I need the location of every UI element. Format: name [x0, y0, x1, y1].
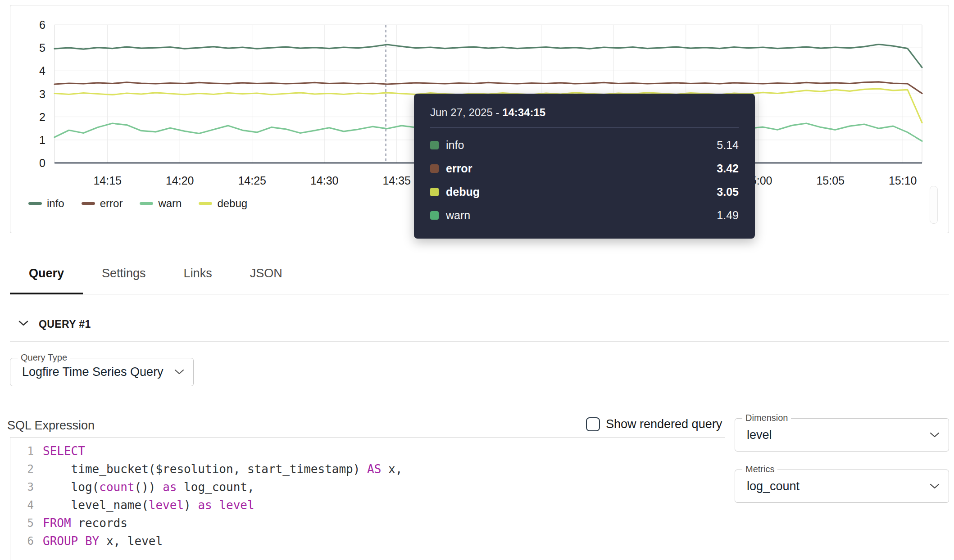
show-rendered-query-control: Show rendered query: [586, 417, 722, 431]
tooltip-date: Jun 27, 2025 -: [430, 106, 502, 118]
x-tick-label: 14:20: [166, 174, 194, 187]
tooltip-series-name: error: [446, 162, 472, 175]
tooltip-swatch-debug: [430, 188, 439, 196]
scrollbar-thumb[interactable]: [930, 186, 938, 224]
tab-bar: QuerySettingsLinksJSON: [10, 254, 949, 294]
chart-legend: infoerrorwarndebug: [28, 197, 247, 210]
query-section-header[interactable]: QUERY #1: [18, 314, 91, 334]
code-line: 2 time_bucket($resolution, start_timesta…: [10, 460, 725, 478]
tooltip-row-info: info5.14: [430, 133, 739, 157]
y-tick-label: 4: [39, 64, 45, 77]
code-line: 4 level_name(level) as level: [10, 496, 725, 514]
legend-swatch-debug: [199, 202, 212, 205]
tab-links[interactable]: Links: [165, 254, 231, 294]
metrics-select[interactable]: Metrics log_count: [735, 470, 949, 503]
code-line: 1SELECT: [10, 442, 725, 460]
legend-item-debug[interactable]: debug: [199, 197, 247, 210]
show-rendered-query-checkbox[interactable]: [586, 417, 600, 431]
y-tick-label: 2: [39, 111, 45, 123]
x-tick-label: 15:05: [816, 174, 845, 187]
legend-swatch-error: [82, 202, 95, 205]
sql-code-editor[interactable]: 1SELECT2 time_bucket($resolution, start_…: [10, 437, 725, 560]
query-type-value: Logfire Time Series Query: [10, 365, 164, 379]
tooltip-series-value: 5.14: [717, 139, 739, 152]
legend-swatch-warn: [140, 202, 153, 205]
x-tick-label: 15:10: [889, 174, 917, 187]
page: 012345614:1514:2014:2514:3014:3514:4014:…: [0, 0, 954, 560]
line-number: 3: [10, 478, 43, 496]
legend-label: warn: [158, 197, 182, 210]
dimension-label: Dimension: [742, 413, 791, 423]
dimension-value: level: [735, 428, 772, 442]
code-text: time_bucket($resolution, start_timestamp…: [43, 460, 402, 478]
tooltip-swatch-warn: [430, 211, 439, 220]
legend-item-error[interactable]: error: [82, 197, 123, 210]
tooltip-series-value: 3.05: [717, 185, 739, 199]
line-number: 4: [10, 496, 43, 514]
metrics-value: log_count: [735, 479, 800, 493]
dimension-select[interactable]: Dimension level: [735, 418, 949, 452]
tooltip-row-warn: warn1.49: [430, 203, 739, 227]
tooltip-swatch-info: [430, 141, 439, 149]
tooltip-series-name: debug: [446, 185, 480, 199]
tooltip-rows: info5.14error3.42debug3.05warn1.49: [430, 133, 739, 227]
legend-item-warn[interactable]: warn: [140, 197, 182, 210]
section-divider: [10, 341, 949, 342]
code-text: SELECT: [43, 442, 85, 460]
metrics-label: Metrics: [742, 464, 777, 474]
tooltip-time: 14:34:15: [502, 106, 545, 118]
tooltip-swatch-error: [430, 164, 439, 173]
show-rendered-query-label[interactable]: Show rendered query: [606, 417, 722, 431]
legend-label: error: [100, 197, 123, 210]
query-section-title: QUERY #1: [39, 318, 91, 330]
code-text: level_name(level) as level: [43, 496, 254, 514]
code-line: 5FROM records: [10, 514, 725, 532]
chart-panel: 012345614:1514:2014:2514:3014:3514:4014:…: [10, 5, 949, 233]
query-type-select[interactable]: Query Type Logfire Time Series Query: [10, 358, 194, 386]
code-line: 6GROUP BY x, level: [10, 532, 725, 550]
y-tick-label: 0: [39, 157, 45, 169]
tooltip-series-value: 3.42: [717, 162, 739, 175]
tooltip-row-error: error3.42: [430, 157, 739, 180]
tab-json[interactable]: JSON: [231, 254, 301, 294]
line-number: 1: [10, 442, 43, 460]
tooltip-divider: [430, 127, 739, 128]
y-tick-label: 1: [39, 134, 45, 146]
tooltip-timestamp: Jun 27, 2025 - 14:34:15: [430, 104, 739, 121]
y-tick-label: 6: [39, 18, 45, 31]
legend-label: debug: [217, 197, 247, 210]
tooltip-series-name: info: [446, 139, 464, 152]
code-line: 3 log(count()) as log_count,: [10, 478, 725, 496]
line-number: 6: [10, 532, 43, 550]
chevron-down-icon: [930, 432, 940, 438]
legend-item-info[interactable]: info: [28, 197, 64, 210]
x-tick-label: 14:35: [382, 174, 411, 187]
chevron-down-icon: [174, 369, 184, 375]
chevron-down-icon: [930, 483, 940, 489]
line-number: 2: [10, 460, 43, 478]
query-type-label: Query Type: [18, 352, 70, 363]
legend-label: info: [47, 197, 64, 210]
code-text: GROUP BY x, level: [43, 532, 163, 550]
sql-expression-label: SQL Expression: [7, 419, 95, 433]
code-text: FROM records: [43, 514, 127, 532]
tab-settings[interactable]: Settings: [83, 254, 165, 294]
legend-swatch-info: [28, 202, 42, 205]
tooltip-row-debug: debug3.05: [430, 180, 739, 203]
y-tick-label: 5: [39, 41, 45, 54]
line-number: 5: [10, 514, 43, 532]
x-tick-label: 14:15: [93, 174, 122, 187]
tooltip-series-value: 1.49: [717, 209, 739, 222]
x-tick-label: 14:25: [238, 174, 266, 187]
code-text: log(count()) as log_count,: [43, 478, 254, 496]
chevron-down-icon[interactable]: [18, 320, 29, 328]
x-tick-label: 14:30: [310, 174, 339, 187]
tooltip-series-name: warn: [446, 209, 470, 222]
y-tick-label: 3: [39, 88, 45, 100]
tab-query[interactable]: Query: [10, 254, 83, 294]
chart-tooltip: Jun 27, 2025 - 14:34:15 info5.14error3.4…: [414, 94, 755, 239]
